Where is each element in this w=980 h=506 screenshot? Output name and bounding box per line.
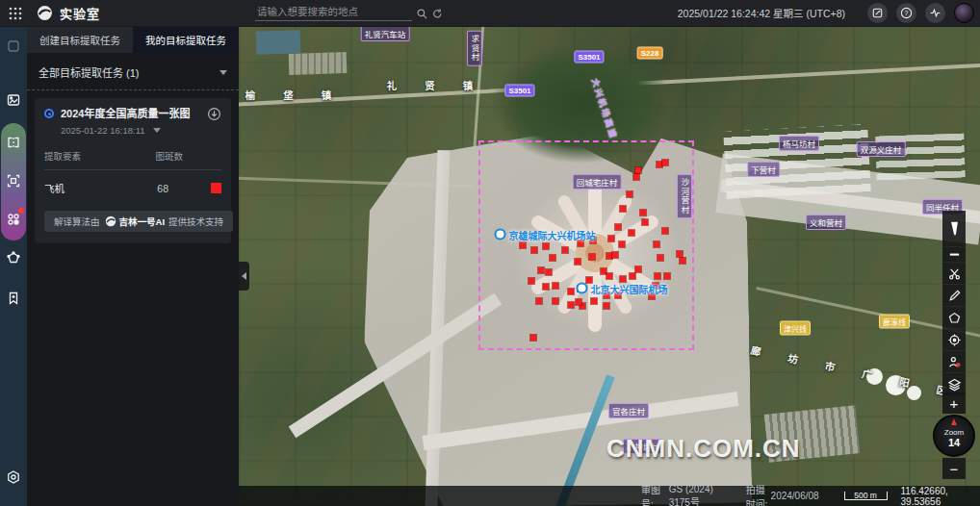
clip-scissors-icon[interactable] bbox=[942, 263, 966, 285]
swipe-wedge-icon[interactable] bbox=[942, 211, 966, 247]
apps-grid-icon[interactable] bbox=[4, 210, 23, 229]
aircraft-detection[interactable] bbox=[604, 303, 609, 309]
element-count: 68 bbox=[157, 183, 168, 194]
aircraft-detection[interactable] bbox=[543, 284, 549, 290]
topbar-actions: ? bbox=[867, 3, 974, 23]
map-toolbar bbox=[942, 211, 966, 395]
aircraft-detection[interactable] bbox=[640, 210, 646, 215]
aoi-rectangle[interactable] bbox=[478, 140, 694, 350]
aircraft-detection[interactable] bbox=[591, 298, 597, 304]
aircraft-detection[interactable] bbox=[662, 160, 668, 165]
aircraft-detection[interactable] bbox=[568, 302, 574, 308]
tab-create-task[interactable]: 创建目标提取任务 bbox=[27, 27, 133, 53]
map-label: 义和营村 bbox=[806, 215, 846, 230]
aircraft-detection[interactable] bbox=[664, 273, 670, 279]
aircraft-detection[interactable] bbox=[536, 298, 542, 304]
bookmark-add-icon[interactable] bbox=[4, 289, 23, 308]
town-patch bbox=[289, 52, 348, 75]
swipe-bar-icon[interactable] bbox=[942, 247, 966, 263]
aircraft-detection[interactable] bbox=[562, 247, 568, 253]
settings-gear-icon[interactable] bbox=[4, 468, 23, 487]
aircraft-detection[interactable] bbox=[538, 267, 544, 273]
aircraft-detection[interactable] bbox=[627, 191, 632, 197]
zoom-out-button[interactable]: − bbox=[942, 458, 966, 479]
aircraft-detection[interactable] bbox=[655, 273, 660, 279]
aircraft-detection[interactable] bbox=[606, 273, 612, 279]
aircraft-detection[interactable] bbox=[677, 251, 683, 257]
task-card[interactable]: 2024年度全国高质量一张图 2025-01-22 16:18:11 提取要素 … bbox=[35, 98, 231, 243]
aircraft-detection[interactable] bbox=[635, 167, 641, 173]
refresh-icon[interactable] bbox=[431, 7, 444, 19]
locate-target-icon[interactable] bbox=[942, 329, 966, 351]
status-bar: 审图号: GS (2024) 3175号 拍摄时间: 2024/06/08 50… bbox=[239, 486, 980, 506]
task-radio[interactable] bbox=[44, 109, 54, 118]
person-location-icon[interactable] bbox=[942, 351, 966, 373]
aircraft-detection[interactable] bbox=[550, 255, 555, 261]
task-filter-dropdown[interactable]: 全部目标提取任务 (1) bbox=[27, 53, 239, 89]
aircraft-detection[interactable] bbox=[568, 289, 574, 294]
map-label: S228 bbox=[637, 47, 663, 60]
aircraft-detection[interactable] bbox=[619, 241, 625, 247]
map-label: 双源义庄村 bbox=[857, 141, 906, 157]
note-icon[interactable] bbox=[867, 3, 888, 23]
aircraft-detection[interactable] bbox=[612, 252, 618, 258]
map-canvas[interactable]: S3501S3501S228礼贤汽车站求贤村回城宅庄村沙河营村杨马坊村双源义庄村… bbox=[239, 27, 980, 506]
aircraft-detection[interactable] bbox=[520, 242, 526, 248]
svg-text:?: ? bbox=[905, 10, 909, 16]
aircraft-detection[interactable] bbox=[543, 243, 549, 249]
search-area bbox=[255, 4, 444, 21]
aircraft-detection[interactable] bbox=[635, 266, 641, 272]
aircraft-detection[interactable] bbox=[531, 247, 537, 253]
aircraft-detection[interactable] bbox=[620, 206, 626, 212]
polygon-select-icon[interactable] bbox=[942, 307, 966, 329]
avatar[interactable] bbox=[954, 3, 974, 23]
aircraft-detection[interactable] bbox=[633, 174, 639, 180]
aircraft-detection[interactable] bbox=[575, 259, 580, 265]
aircraft-detection[interactable] bbox=[629, 230, 634, 236]
tab-my-tasks[interactable]: 我的目标提取任务 bbox=[133, 27, 239, 53]
aircraft-detection[interactable] bbox=[608, 236, 614, 241]
activity-icon[interactable] bbox=[925, 3, 945, 23]
polygon-draw-icon[interactable] bbox=[4, 248, 23, 267]
task-time-dropdown[interactable]: 2025-01-22 16:18:11 bbox=[61, 125, 221, 136]
map-approval-number: GS (2024) 3175号 bbox=[669, 484, 731, 506]
aircraft-detection[interactable] bbox=[546, 269, 552, 275]
aircraft-detection[interactable] bbox=[553, 283, 558, 289]
aircraft-detection[interactable] bbox=[654, 241, 659, 247]
aircraft-detection[interactable] bbox=[615, 224, 621, 230]
compare-split-icon[interactable] bbox=[4, 133, 23, 152]
search-input[interactable] bbox=[255, 4, 412, 21]
element-color-swatch bbox=[211, 183, 221, 193]
aircraft-detection[interactable] bbox=[576, 299, 581, 305]
map-label: 礼贤汽车站 bbox=[361, 27, 410, 41]
home-icon[interactable] bbox=[4, 37, 23, 56]
watermark: CNMN.COM.CN bbox=[606, 434, 801, 464]
aircraft-detection[interactable] bbox=[630, 273, 635, 279]
map-label: 北京大兴国际机场 bbox=[577, 282, 668, 296]
crop-frame-icon[interactable] bbox=[4, 171, 23, 190]
compass-zoom-indicator[interactable]: Zoom 14 bbox=[933, 415, 975, 457]
aircraft-detection[interactable] bbox=[529, 278, 534, 284]
apps-launcher-icon[interactable] bbox=[8, 6, 23, 21]
search-icon[interactable] bbox=[416, 7, 428, 19]
map-label: 廊涿线 bbox=[879, 315, 910, 329]
aircraft-detection[interactable] bbox=[658, 255, 663, 261]
algorithm-credit-button[interactable]: 解译算法由 吉林一号AI 提供技术支持 bbox=[44, 211, 233, 232]
topbar-right: 2025/01/22 16:24:42 星期三 (UTC+8) ? bbox=[678, 3, 974, 23]
zoom-in-button[interactable]: + bbox=[942, 392, 966, 414]
aircraft-detection[interactable] bbox=[530, 335, 536, 341]
top-bar: 实验室 2025/01/22 16:24:42 星期三 (UTC+8) ? bbox=[0, 0, 980, 27]
panel-collapse-handle[interactable] bbox=[239, 262, 249, 291]
map-label: 官各庄村 bbox=[608, 403, 649, 418]
aircraft-detection[interactable] bbox=[662, 228, 668, 234]
col-count: 图斑数 bbox=[155, 149, 183, 163]
aircraft-detection[interactable] bbox=[642, 219, 648, 225]
pond bbox=[256, 30, 301, 55]
aircraft-detection[interactable] bbox=[680, 258, 685, 264]
aircraft-detection[interactable] bbox=[589, 254, 595, 260]
help-icon[interactable]: ? bbox=[896, 3, 916, 23]
aircraft-detection[interactable] bbox=[553, 298, 558, 304]
draw-pencil-icon[interactable] bbox=[942, 285, 966, 307]
download-icon[interactable] bbox=[207, 107, 221, 121]
image-panel-icon[interactable] bbox=[4, 90, 23, 110]
